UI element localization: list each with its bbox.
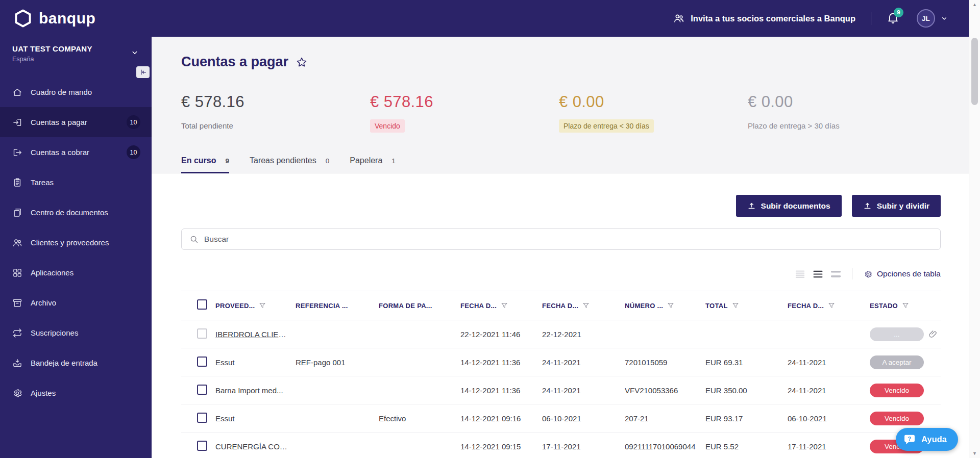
sidebar-item-label: Centro de documentos — [31, 208, 108, 217]
sidebar-item-ajustes[interactable]: Ajustes — [0, 378, 152, 408]
summary-label-badge: Plazo de entrega < 30 días — [559, 119, 654, 133]
table-options-button[interactable]: Opciones de tabla — [864, 269, 941, 278]
cell-numero: 09211117010069044 — [625, 442, 705, 451]
col-header-estado[interactable]: ESTADO — [870, 302, 941, 310]
row-checkbox[interactable] — [197, 441, 207, 451]
page-title: Cuentas a pagar — [181, 54, 288, 70]
sidebar-item-aplicaciones[interactable]: Aplicaciones — [0, 258, 152, 288]
invite-label: Invita a tus socios comerciales a Banqup — [691, 14, 855, 23]
tab-content: Subir documentos Subir y dividir — [152, 173, 980, 458]
page-scrollbar[interactable]: ▲ ▼ — [969, 0, 980, 458]
paperclip-icon[interactable] — [928, 329, 938, 339]
sidebar-item-tareas[interactable]: Tareas — [0, 167, 152, 197]
table-row[interactable]: Essut REF-pago 001 14-12-2021 11:36 24-1… — [181, 348, 941, 376]
col-header-fecha-3[interactable]: FECHA D... — [788, 302, 870, 310]
documents-icon — [12, 208, 22, 218]
sidebar-item-cuadro-de-mando[interactable]: Cuadro de mando — [0, 77, 152, 107]
tab-papelera[interactable]: Papelera 1 — [350, 156, 396, 173]
cell-fecha-3: 24-11-2021 — [788, 386, 870, 395]
filter-icon[interactable] — [828, 302, 835, 309]
favorite-star-icon[interactable] — [296, 56, 308, 68]
company-country: España — [12, 56, 139, 63]
cell-fecha-2: 06-10-2021 — [542, 414, 625, 423]
col-header-numero[interactable]: NÚMERO ... — [625, 302, 705, 310]
status-badge: Vencido — [870, 384, 924, 397]
cell-estado: Vencido — [870, 412, 941, 425]
toolbar-separator — [852, 268, 852, 279]
table-toolbar: Opciones de tabla — [181, 262, 941, 286]
summary-due-under-30: € 0.00 Plazo de entrega < 30 días — [559, 92, 748, 133]
cell-fecha-2: 24-11-2021 — [542, 358, 625, 367]
cell-proveedor[interactable]: CURENERGÍA COM... — [215, 442, 296, 451]
upload-documents-button[interactable]: Subir documentos — [736, 195, 842, 217]
filter-icon[interactable] — [582, 302, 590, 309]
status-badge: ... — [870, 327, 924, 341]
col-header-total[interactable]: TOTAL — [705, 302, 788, 310]
filter-icon[interactable] — [902, 302, 909, 309]
scrollbar-thumb[interactable] — [971, 38, 978, 105]
table-row[interactable]: CURENERGÍA COM... 14-12-2021 09:15 17-11… — [181, 432, 941, 458]
help-button[interactable]: ? Ayuda — [896, 428, 958, 451]
cell-referencia: REF-pago 001 — [296, 358, 379, 367]
cell-total: EUR 5.52 — [705, 442, 788, 451]
tab-en-curso[interactable]: En curso 9 — [181, 156, 229, 173]
col-header-referencia[interactable]: REFERENCIA ... — [296, 302, 379, 310]
density-compact-icon[interactable] — [795, 270, 805, 278]
sidebar-item-label: Tareas — [31, 178, 54, 187]
filter-icon[interactable] — [732, 302, 739, 309]
topbar-divider — [871, 12, 871, 25]
select-all-checkbox[interactable] — [197, 299, 207, 310]
density-medium-icon[interactable] — [813, 270, 823, 278]
filter-icon[interactable] — [501, 302, 508, 309]
cell-proveedor[interactable]: Essut — [215, 358, 296, 367]
col-header-fecha-2[interactable]: FECHA D... — [542, 302, 625, 310]
sidebar-item-cuentas-a-pagar[interactable]: Cuentas a pagar 10 — [0, 107, 152, 137]
summary-amount: € 578.16 — [370, 92, 559, 112]
search-input[interactable] — [204, 235, 933, 244]
cell-proveedor[interactable]: Barna Import med... — [215, 386, 296, 395]
density-comfortable-icon[interactable] — [831, 270, 841, 278]
sidebar: UAT TEST COMPANY España Cuadro de mando … — [0, 37, 152, 458]
col-header-fecha-1[interactable]: FECHA D... — [460, 302, 542, 310]
button-label: Subir y dividir — [877, 201, 929, 211]
sidebar-collapse-button[interactable] — [136, 66, 150, 78]
table-row[interactable]: Barna Import med... 14-12-2021 11:36 24-… — [181, 376, 941, 404]
sidebar-item-archivo[interactable]: Archivo — [0, 288, 152, 318]
cell-proveedor[interactable]: Essut — [215, 414, 296, 423]
cell-numero: VFV210053366 — [625, 386, 705, 395]
upload-and-split-button[interactable]: Subir y dividir — [852, 195, 941, 217]
col-header-proveedor[interactable]: PROVEED... — [215, 302, 296, 310]
sidebar-item-suscripciones[interactable]: Suscripciones — [0, 318, 152, 348]
tab-label: Tareas pendientes — [250, 156, 316, 165]
col-header-forma-de-pago[interactable]: FORMA DE PA... — [379, 302, 460, 310]
settings-icon — [12, 388, 22, 398]
filter-icon[interactable] — [259, 302, 266, 309]
summary-overdue: € 578.16 Vencido — [370, 92, 559, 133]
cell-fecha-2: 22-12-2021 — [542, 330, 625, 339]
cell-fecha-3: 24-11-2021 — [788, 358, 870, 367]
row-checkbox[interactable] — [197, 413, 207, 423]
cell-proveedor[interactable]: IBERDROLA CLIEN... — [215, 330, 296, 339]
tab-count: 9 — [225, 157, 229, 165]
notifications-button[interactable]: 9 — [887, 11, 899, 26]
apps-icon — [12, 268, 22, 278]
sidebar-item-centro-de-documentos[interactable]: Centro de documentos — [0, 197, 152, 227]
sidebar-item-clientes-y-proveedores[interactable]: Clientes y proveedores — [0, 227, 152, 258]
row-checkbox[interactable] — [197, 385, 207, 395]
invite-partners-link[interactable]: Invita a tus socios comerciales a Banqup — [673, 13, 855, 24]
tab-tareas-pendientes[interactable]: Tareas pendientes 0 — [250, 156, 329, 173]
company-selector[interactable]: UAT TEST COMPANY España — [0, 37, 152, 69]
scrollbar-down-arrow[interactable]: ▼ — [969, 449, 980, 458]
row-checkbox[interactable] — [197, 357, 207, 367]
table-row[interactable]: IBERDROLA CLIEN... 22-12-2021 11:46 22-1… — [181, 320, 941, 348]
topbar: banqup Invita a tus socios comerciales a… — [0, 0, 980, 37]
filter-icon[interactable] — [667, 302, 674, 309]
gear-icon — [864, 270, 872, 278]
scrollbar-up-arrow[interactable]: ▲ — [969, 0, 980, 9]
app-root: banqup Invita a tus socios comerciales a… — [0, 0, 980, 458]
summary-total-pending: € 578.16 Total pendiente — [181, 92, 370, 133]
table-row[interactable]: Essut Efectivo 14-12-2021 09:16 06-10-20… — [181, 404, 941, 432]
sidebar-item-cuentas-a-cobrar[interactable]: Cuentas a cobrar 10 — [0, 137, 152, 167]
sidebar-item-bandeja-de-entrada[interactable]: Bandeja de entrada — [0, 348, 152, 378]
user-menu[interactable]: JL — [917, 9, 948, 28]
